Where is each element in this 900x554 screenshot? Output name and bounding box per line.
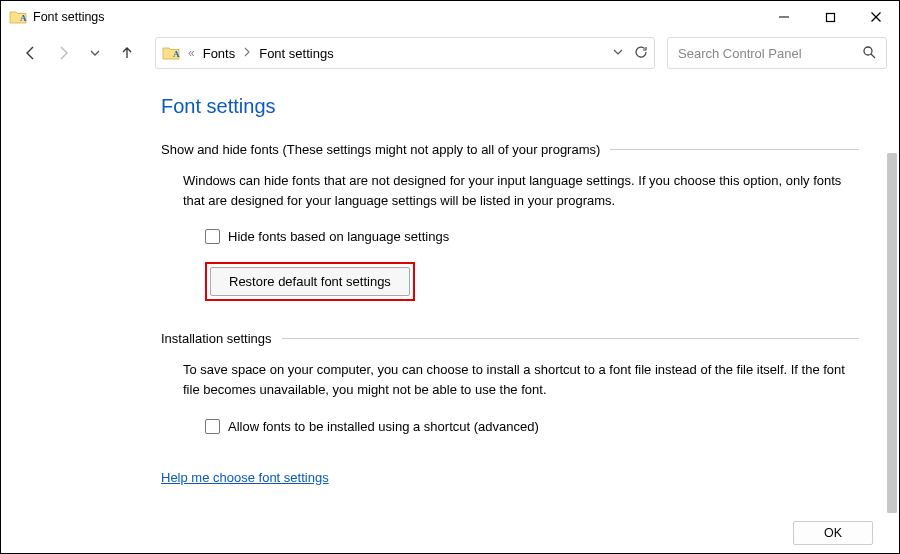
maximize-button[interactable] [807,1,853,33]
back-button[interactable] [17,39,45,67]
shortcut-checkbox-label[interactable]: Allow fonts to be installed using a shor… [228,419,539,434]
fonts-folder-icon: A [162,44,180,62]
shortcut-checkbox-row: Allow fonts to be installed using a shor… [205,419,859,434]
content-area: Font settings Show and hide fonts (These… [1,73,899,513]
shortcut-checkbox[interactable] [205,419,220,434]
svg-line-7 [871,54,875,58]
restore-button-highlight: Restore default font settings [205,262,415,301]
footer: OK [1,513,899,553]
search-placeholder: Search Control Panel [678,46,862,61]
address-dropdown-button[interactable] [612,46,624,61]
section-show-hide-title: Show and hide fonts (These settings migh… [161,142,600,157]
vertical-scrollbar[interactable] [887,153,897,513]
svg-text:A: A [173,49,180,59]
chevron-right-icon [241,46,253,60]
up-button[interactable] [113,39,141,67]
search-input[interactable]: Search Control Panel [667,37,887,69]
breadcrumb-font-settings[interactable]: Font settings [259,46,333,61]
restore-default-button[interactable]: Restore default font settings [210,267,410,296]
page-title: Font settings [161,95,859,118]
title-bar: A Font settings [1,1,899,33]
section-installation-description: To save space on your computer, you can … [183,360,859,400]
content-scroll: Font settings Show and hide fonts (These… [1,73,899,513]
section-installation-title: Installation settings [161,331,272,346]
minimize-button[interactable] [761,1,807,33]
svg-text:A: A [20,13,27,23]
breadcrumb-fonts[interactable]: Fonts [203,46,236,61]
divider [282,338,859,339]
refresh-button[interactable] [634,45,648,62]
address-bar[interactable]: A « Fonts Font settings [155,37,655,69]
address-bar-actions [612,45,648,62]
section-show-hide-header: Show and hide fonts (These settings migh… [161,142,859,157]
forward-button[interactable] [49,39,77,67]
svg-rect-2 [826,13,834,21]
svg-point-6 [864,47,872,55]
search-icon [862,45,876,62]
scrollbar-thumb[interactable] [887,153,897,513]
close-button[interactable] [853,1,899,33]
recent-locations-button[interactable] [81,39,109,67]
ok-button[interactable]: OK [793,521,873,545]
hide-fonts-checkbox-row: Hide fonts based on language settings [205,229,859,244]
breadcrumb-root-marker: « [186,46,197,60]
help-link[interactable]: Help me choose font settings [161,470,329,485]
fonts-folder-icon: A [9,8,27,26]
hide-fonts-checkbox[interactable] [205,229,220,244]
window-controls [761,1,899,33]
divider [610,149,859,150]
section-show-hide-description: Windows can hide fonts that are not desi… [183,171,859,211]
window-title: Font settings [33,10,105,24]
section-installation-header: Installation settings [161,331,859,346]
hide-fonts-checkbox-label[interactable]: Hide fonts based on language settings [228,229,449,244]
window-root: A Font settings [0,0,900,554]
navigation-bar: A « Fonts Font settings Search Control P… [1,33,899,73]
